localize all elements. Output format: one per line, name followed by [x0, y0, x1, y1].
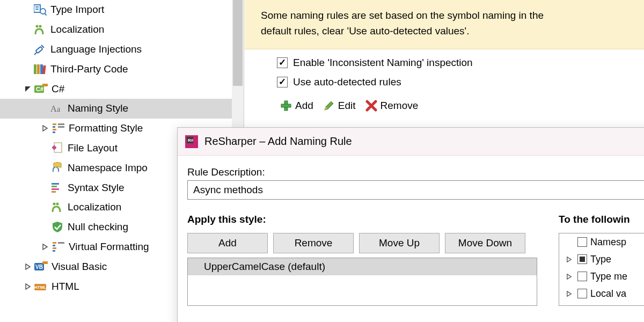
- expand-icon[interactable]: [565, 288, 573, 299]
- checkbox-auto-detected[interactable]: [277, 77, 288, 87]
- checkbox-label: Use auto-detected rules: [293, 76, 401, 88]
- tree-item-language-injections[interactable]: Language Injections: [0, 40, 244, 60]
- csharp-icon: C#: [34, 82, 48, 96]
- collapse-icon[interactable]: [23, 84, 33, 94]
- svg-text:a: a: [57, 105, 61, 113]
- tree-label: Formatting Style: [69, 122, 143, 134]
- style-buttons: Add Remove Move Up Move Down: [187, 233, 537, 253]
- svg-text:C#: C#: [36, 86, 43, 92]
- kind-row-namespace[interactable]: Namesp: [559, 233, 644, 251]
- tree-label: Localization: [50, 24, 104, 35]
- svg-rect-38: [53, 247, 56, 249]
- svg-rect-44: [42, 261, 48, 264]
- expand-icon[interactable]: [565, 271, 573, 282]
- svg-rect-2: [35, 9, 39, 10]
- svg-rect-36: [53, 242, 56, 244]
- svg-point-33: [56, 203, 59, 206]
- tree-item-type-import[interactable]: Type Import: [0, 0, 244, 20]
- svg-marker-45: [26, 284, 30, 289]
- apply-style-label: Apply this style:: [187, 214, 537, 225]
- edit-rule-button[interactable]: Edit: [323, 100, 356, 112]
- dialog-title: ReSharper – Add Naming Rule: [204, 135, 352, 148]
- checkbox-local-var[interactable]: [577, 289, 587, 298]
- tree-item-localization[interactable]: Localization: [0, 20, 244, 40]
- auto-detected-row[interactable]: Use auto-detected rules: [245, 76, 644, 88]
- tree-label: Third-Party Code: [50, 63, 128, 75]
- html-icon: HTML: [34, 280, 48, 294]
- button-label: Add: [295, 100, 313, 112]
- scrollbar-thumb[interactable]: [233, 0, 243, 86]
- style-moveup-button[interactable]: Move Up: [359, 233, 440, 253]
- style-list[interactable]: UpperCamelCase (default): [187, 258, 537, 306]
- add-rule-button[interactable]: Add: [280, 100, 313, 112]
- expand-icon[interactable]: [23, 281, 33, 292]
- svg-rect-21: [53, 123, 56, 125]
- style-add-button[interactable]: Add: [187, 233, 268, 253]
- tree-label: Virtual Formatting: [69, 241, 149, 253]
- expand-icon[interactable]: [565, 254, 573, 265]
- kind-label: Local va: [590, 288, 626, 299]
- svg-rect-29: [52, 183, 59, 185]
- kind-label: Type: [590, 254, 611, 265]
- svg-rect-26: [58, 126, 64, 128]
- expand-icon[interactable]: [40, 123, 50, 134]
- svg-rect-23: [53, 129, 56, 130]
- tree-item-naming-style[interactable]: Aa Naming Style: [0, 99, 244, 119]
- svg-rect-22: [53, 126, 55, 128]
- tree-label: Syntax Style: [68, 182, 125, 194]
- svg-line-9: [34, 53, 36, 55]
- resharper-icon: R#: [185, 135, 198, 148]
- svg-point-6: [36, 25, 39, 28]
- svg-text:R#: R#: [188, 138, 194, 143]
- naming-style-icon: Aa: [50, 101, 64, 115]
- dialog-titlebar[interactable]: R# ReSharper – Add Naming Rule: [178, 128, 644, 156]
- svg-text:A: A: [50, 104, 57, 113]
- rules-toolbar: Add Edit Remove: [245, 100, 644, 112]
- tree-item-third-party-code[interactable]: Third-Party Code: [0, 59, 244, 79]
- checkbox-label: Enable 'Inconsistent Naming' inspection: [293, 57, 473, 69]
- svg-point-5: [39, 25, 42, 28]
- button-label: Edit: [338, 100, 356, 112]
- namespace-icon: [50, 161, 64, 175]
- tree-label: C#: [52, 83, 64, 95]
- checkbox-namespace[interactable]: [577, 237, 587, 247]
- checkbox-type[interactable]: [577, 254, 587, 264]
- expand-icon[interactable]: [23, 261, 33, 272]
- style-list-item-selected[interactable]: UpperCamelCase (default): [188, 258, 537, 275]
- add-naming-rule-dialog: R# ReSharper – Add Naming Rule Rule Desc…: [177, 127, 644, 322]
- syntax-style-icon: [50, 181, 64, 195]
- button-label: Remove: [380, 100, 419, 112]
- kind-row-local-var[interactable]: Local va: [559, 285, 644, 302]
- to-following-label: To the followin: [559, 214, 644, 225]
- tree-label: Namespace Impo: [68, 162, 148, 174]
- tree-item-csharp[interactable]: C# C#: [0, 79, 244, 99]
- svg-rect-49: [281, 104, 291, 107]
- kind-label: Namesp: [590, 237, 626, 248]
- svg-marker-41: [26, 264, 30, 269]
- style-movedown-button[interactable]: Move Down: [445, 233, 525, 253]
- svg-rect-10: [34, 64, 36, 74]
- rule-description-input[interactable]: [187, 180, 644, 200]
- shield-check-icon: [50, 220, 64, 234]
- svg-rect-40: [58, 242, 64, 244]
- x-icon: [365, 100, 377, 112]
- entity-kind-list[interactable]: Namesp Type Type me: [559, 233, 644, 306]
- checkbox-enable-inspection[interactable]: [277, 57, 288, 68]
- svg-rect-24: [53, 131, 55, 133]
- svg-text:HTML: HTML: [34, 285, 46, 290]
- svg-marker-35: [43, 244, 47, 250]
- kind-row-type-member[interactable]: Type me: [559, 268, 644, 285]
- svg-point-34: [53, 203, 56, 206]
- checkbox-type-member[interactable]: [577, 272, 587, 281]
- svg-rect-7: [35, 47, 42, 53]
- svg-rect-31: [52, 188, 59, 190]
- enable-inspection-row[interactable]: Enable 'Inconsistent Naming' inspection: [245, 57, 644, 69]
- vb-icon: VB: [34, 260, 48, 274]
- remove-rule-button[interactable]: Remove: [365, 100, 419, 112]
- style-remove-button[interactable]: Remove: [273, 233, 354, 253]
- plus-icon: [280, 100, 292, 112]
- expand-icon[interactable]: [40, 241, 50, 252]
- kind-row-type[interactable]: Type: [559, 251, 644, 268]
- rule-description-label: Rule Description:: [187, 166, 644, 178]
- svg-rect-37: [53, 245, 55, 246]
